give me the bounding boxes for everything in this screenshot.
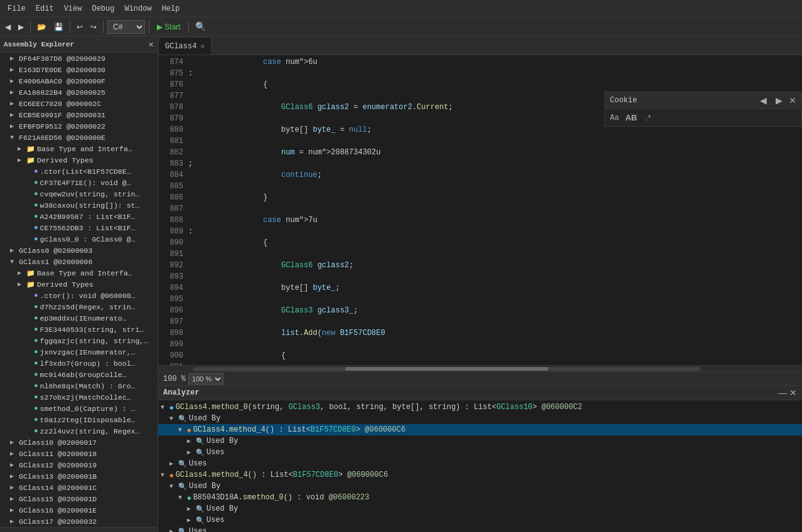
member-icon: ●	[34, 224, 38, 231]
menu-debug[interactable]: Debug	[87, 2, 119, 16]
member-icon: ●	[34, 405, 38, 412]
tab-close-button[interactable]: ✕	[200, 42, 205, 50]
tree-item[interactable]: ●.ctor(): void @060000…	[0, 290, 158, 301]
analyzer-item-highlighted[interactable]: ▼ ◆ GClass4.method_4() : List<B1F57CD8E0…	[158, 424, 802, 435]
menu-edit[interactable]: Edit	[31, 2, 59, 16]
tree-item[interactable]: ●CE75562DB3 : List<B1F…	[0, 222, 158, 233]
search-icon[interactable]: 🔍	[193, 20, 208, 33]
analyzer-item[interactable]: ▶ 🔍 Uses	[158, 447, 802, 458]
analyzer-item[interactable]: ▼ 🔍 Used By	[158, 481, 802, 492]
tree-item[interactable]: ▶GClass0 @02000003	[0, 245, 158, 256]
tree-item[interactable]: ▶GClass15 @0200001D	[0, 493, 158, 504]
back-button[interactable]: ◀	[3, 21, 13, 33]
tree-item[interactable]: ●CF37E4F71E(): void @…	[0, 177, 158, 188]
tree-item[interactable]: ▶📁Derived Types	[0, 154, 158, 166]
analyzer-item[interactable]: ▼ ◆ GClass4.method_4() : List<B1F57CD8E0…	[158, 469, 802, 481]
analyzer-item[interactable]: ▼ ◆ B85043D18A.smethod_0() : void @06000…	[158, 492, 802, 503]
analyzer-item[interactable]: ▶ 🔍 Used By	[158, 435, 802, 447]
tree-item[interactable]: ●t0a1z2teg(IDisposable…	[0, 414, 158, 425]
analyzer-item[interactable]: ▶ 🔍 Uses	[158, 514, 802, 526]
analyzer-item[interactable]: ▶ 🔍 Uses	[158, 458, 802, 469]
undo-button[interactable]: ↩	[74, 21, 85, 33]
tree-item[interactable]: ●w38caxou(string[]): st…	[0, 200, 158, 211]
tree-item[interactable]: ▶GClass11 @02000018	[0, 448, 158, 459]
sidebar-close-button[interactable]: ✕	[149, 39, 154, 50]
tree-item[interactable]: ▼GClass1 @02000006	[0, 256, 158, 267]
cookie-next-button[interactable]: ▶	[773, 95, 785, 106]
tree-item[interactable]: ●mc9i46ab(GroupColle…	[0, 369, 158, 380]
member-icon: ●	[34, 190, 38, 198]
tree-item[interactable]: ▶📁Base Type and Interfa…	[0, 143, 158, 154]
analyzer-item[interactable]: ▼ ◆ GClass4.method_0(string, GClass3, bo…	[158, 402, 802, 413]
save-button[interactable]: 💾	[51, 21, 66, 33]
member-icon: ●	[34, 168, 38, 175]
tree-item[interactable]: ●F3E3440533(string, stri…	[0, 324, 158, 335]
tree-item[interactable]: ●jxnvzgac(IEnumerator,…	[0, 346, 158, 358]
tree-item[interactable]: ▶📁Derived Types	[0, 279, 158, 290]
language-select[interactable]: C#	[107, 20, 145, 34]
search-icon: 🔍	[196, 449, 205, 457]
analyzer-minimize-button[interactable]: —	[778, 388, 787, 398]
cookie-match-whole-word[interactable]: AB	[623, 112, 639, 124]
zoom-select[interactable]: 100 %	[188, 373, 223, 385]
tree-item[interactable]: ●smethod_0(Capture) : …	[0, 403, 158, 414]
tree-item[interactable]: ▶EC6EEC7020 @000002C	[0, 98, 158, 109]
forward-button[interactable]: ▶	[16, 21, 26, 33]
tree-item[interactable]: ▶GClass10 @02000017	[0, 437, 158, 448]
tree-item[interactable]: ▶GClass13 @0200001B	[0, 471, 158, 482]
tree-item[interactable]: ▼F621A6ED56 @0200000E	[0, 132, 158, 143]
sidebar-title: Assembly Explorer	[4, 41, 74, 48]
tree-item[interactable]: ●d7hz2s5d(Regex, strin…	[0, 301, 158, 312]
tree-item[interactable]: ●gclass0_0 : GClass0 @…	[0, 233, 158, 245]
tree-item[interactable]: ●.ctor(List<B1F57CD8E…	[0, 166, 158, 177]
tree-item[interactable]: ●s27obx2j(MatchCollec…	[0, 391, 158, 403]
tree-item[interactable]: ▶📁Base Type and Interfa…	[0, 267, 158, 279]
start-button[interactable]: ▶ Start	[153, 21, 184, 33]
open-file-button[interactable]: 📂	[35, 21, 49, 33]
tree-item[interactable]: ●A242B99587 : List<B1F…	[0, 211, 158, 222]
tree-item[interactable]: ●fggqazjc(string, string,…	[0, 335, 158, 346]
toolbar-sep-1	[30, 21, 31, 33]
h-scrollbar-track[interactable]	[193, 367, 700, 371]
member-icon: ●	[34, 213, 38, 220]
analyzer-item[interactable]: ▶ 🔍 Uses	[158, 526, 802, 532]
cookie-prev-button[interactable]: ◀	[757, 95, 769, 106]
menu-view[interactable]: View	[59, 2, 87, 16]
tree-item[interactable]: ●nl6he8qx(Match) : Gro…	[0, 380, 158, 391]
tab-gclass4[interactable]: GClass4 ✕	[158, 37, 211, 55]
tree-item[interactable]: ▶ECB5E9991F @02000031	[0, 109, 158, 120]
tree-arrow: ▶	[18, 269, 25, 277]
tree-item[interactable]: ▶GClass16 @0200001E	[0, 504, 158, 516]
search-icon: 🔍	[178, 482, 187, 491]
cookie-close-button[interactable]: ✕	[789, 95, 796, 105]
toolbar-sep-3	[103, 21, 104, 33]
tree-item[interactable]: ▶DF64F387D6 @02000029	[0, 53, 158, 64]
tree-item[interactable]: ●zz2l4uvz(string, Regex…	[0, 425, 158, 437]
cookie-regex-button[interactable]: .*	[643, 112, 653, 124]
editor-scrollbar[interactable]	[158, 365, 802, 371]
tree-arrow: ▶	[10, 247, 18, 254]
tree-item[interactable]: ▶E163D7E0DE @02000030	[0, 64, 158, 75]
tree-item[interactable]: ▶GClass14 @0200001C	[0, 482, 158, 493]
analyzer-close-button[interactable]: ✕	[789, 388, 797, 398]
tree-arrow: ▶	[10, 518, 18, 525]
tree-item[interactable]: ●ep3mddxu(IEnumerato…	[0, 312, 158, 324]
member-icon: ●	[34, 314, 38, 322]
menu-window[interactable]: Window	[119, 2, 156, 16]
analyzer-item[interactable]: ▶ 🔍 Used By	[158, 503, 802, 514]
h-scrollbar-thumb[interactable]	[345, 367, 548, 371]
tree-item[interactable]: ▶EFBFDF9512 @02000022	[0, 120, 158, 132]
sidebar-scrollbar[interactable]	[0, 527, 158, 532]
redo-button[interactable]: ↪	[88, 21, 99, 33]
menu-help[interactable]: Help	[157, 2, 185, 16]
toolbar-sep-5	[188, 21, 189, 33]
analyzer-item[interactable]: ▼ 🔍 Used By	[158, 413, 802, 424]
tree-item[interactable]: ▶GClass17 @02000032	[0, 516, 158, 527]
tree-item[interactable]: ▶E4006ABAC0 @0200000F	[0, 75, 158, 87]
tree-item[interactable]: ▶GClass12 @02000019	[0, 459, 158, 471]
menu-file[interactable]: File	[3, 2, 31, 16]
tree-item[interactable]: ●lf3xdo7(Group) : bool…	[0, 358, 158, 369]
search-icon: 🔍	[196, 505, 205, 513]
tree-item[interactable]: ▶EA186822B4 @02000025	[0, 87, 158, 98]
tree-item[interactable]: ●cvqew2uv(string, strin…	[0, 188, 158, 200]
